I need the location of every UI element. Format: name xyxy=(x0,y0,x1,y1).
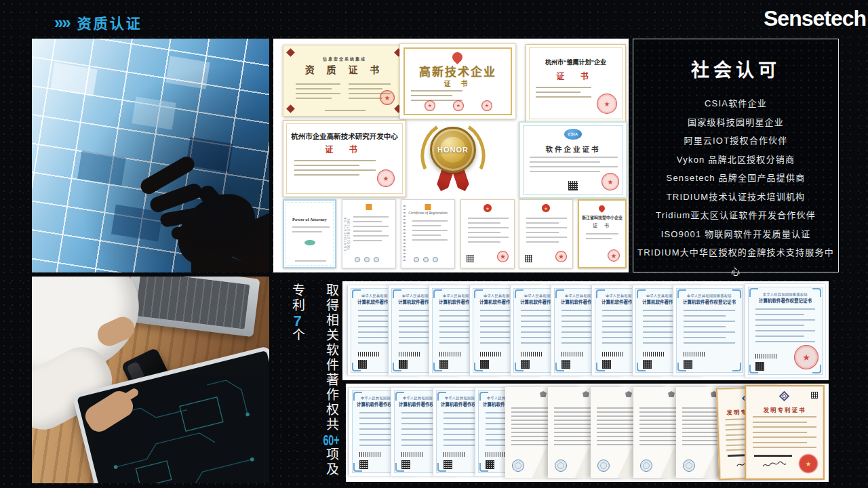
recognition-item: 国家级科技园明星企业 xyxy=(633,113,838,132)
red-seal xyxy=(380,90,395,105)
csia-badge: CSIA xyxy=(564,129,582,140)
red-seal xyxy=(608,249,620,262)
medal-face: HONOR xyxy=(430,127,476,173)
national-emblem-seal xyxy=(798,453,818,474)
barcode xyxy=(359,452,381,457)
certificate-text xyxy=(684,310,735,348)
certificate-text xyxy=(412,220,448,244)
red-seal xyxy=(481,100,492,111)
registration-certificate: Certificate of Registration xyxy=(401,199,455,268)
text-line xyxy=(755,308,815,310)
emblem-certificate xyxy=(519,199,573,268)
qr-code xyxy=(568,181,578,190)
emblem-certificate xyxy=(460,199,515,268)
vertical-side-text: CERTIFICATE OF REGISTRATION xyxy=(344,203,351,265)
certificate-title: Power of Attorney xyxy=(284,217,335,222)
text-line xyxy=(684,342,735,344)
certificate-text xyxy=(530,157,618,176)
text-line xyxy=(684,321,735,322)
certificate-text xyxy=(536,87,591,101)
certificate-title: 杭州市“雏鹰计划”企业 xyxy=(526,58,625,66)
copyright-certificates-row: 中华人民共和国国家版权局 计算机软件著作权登记证书 中华人民共和国国家版权局 计… xyxy=(342,281,829,380)
certificate-title: 计算机软件著作权登记证书 xyxy=(745,297,825,304)
note-side-column: 专利7个 xyxy=(289,283,306,343)
text-line xyxy=(755,319,815,321)
recognition-item: TRIDIUM技术认证技术培训机构 xyxy=(633,188,838,207)
flame-logo-icon xyxy=(597,204,606,213)
blue-stamp xyxy=(683,460,695,472)
qr-code xyxy=(811,392,818,399)
software-copyright-certificate: 中华人民共和国国家版权局 计算机软件著作权登记证书 xyxy=(673,285,745,375)
qr-code xyxy=(443,460,452,469)
note-main-column: 取得相关软件著作权共60+项及 xyxy=(323,283,340,477)
qr-code xyxy=(486,460,494,469)
certificate-footer-line xyxy=(325,110,366,111)
coat-of-arms-icon xyxy=(668,391,675,397)
software-enterprise-certificate: CSIA 软件企业证书 xyxy=(519,121,627,199)
certificate-text xyxy=(755,308,815,346)
certificate-text xyxy=(468,218,509,246)
recognition-item: CSIA软件企业 xyxy=(633,94,838,113)
text-line xyxy=(684,326,726,327)
text-line xyxy=(753,432,807,433)
patent-count: 7 xyxy=(289,313,306,328)
barcode xyxy=(561,352,583,357)
certifier-logo xyxy=(425,204,431,210)
green-stamp xyxy=(304,240,315,245)
certificate-subtitle: 证 书 xyxy=(526,70,625,81)
certificate-issuer: 中华人民共和国国家版权局 xyxy=(745,291,825,296)
qr-code xyxy=(643,360,652,369)
barcode xyxy=(480,352,502,357)
photo-vignette xyxy=(32,39,269,272)
patent-certificates-row: 中华人民共和国国家版权局 计算机软件著作权登记证书 中华人民共和国国家版权局 计… xyxy=(346,384,829,482)
note-text: 取得相关软件著作权共 xyxy=(324,283,338,432)
national-emblem-icon xyxy=(542,204,550,212)
social-recognition-panel: 社会认可 CSIA软件企业 国家级科技园明星企业 阿里云IOT授权合作伙伴 Vy… xyxy=(633,39,839,272)
certificate-title: 发明专利证书 xyxy=(746,405,823,413)
text-line xyxy=(684,337,726,338)
text-line xyxy=(753,426,816,428)
certificates-panel: 信息安全系统集成 资 质 证 书 高新技术企业 证 书 杭州市“雏鹰计划”企业 … xyxy=(273,39,629,272)
note-text: 专利 xyxy=(290,283,304,313)
invention-patent-certificate: 发明专利证书 xyxy=(745,385,825,480)
blue-stamp xyxy=(512,460,524,472)
coat-of-arms-icon xyxy=(625,391,632,397)
corner-ornament xyxy=(286,104,295,113)
panel-heading: 社会认可 xyxy=(633,56,838,82)
certificate-text xyxy=(292,226,330,236)
red-seal xyxy=(597,94,617,114)
red-seal xyxy=(377,169,395,187)
text-line xyxy=(755,325,804,326)
recognition-list: CSIA软件企业 国家级科技园明星企业 阿里云IOT授权合作伙伴 Vykon 品… xyxy=(633,94,838,281)
certificate-subtitle: 证 书 xyxy=(283,143,406,155)
photo-screens-collage xyxy=(32,39,269,272)
text-line xyxy=(753,436,816,438)
barcode xyxy=(358,352,380,357)
note-text: 项及 xyxy=(324,447,338,477)
recognition-item: Sensetech 品牌全国产品提供商 xyxy=(633,169,838,188)
certificate-category: 信息安全系统集成 xyxy=(283,56,406,62)
brand-logo: Sensetech xyxy=(764,6,866,31)
qr-code xyxy=(467,255,474,262)
divider-bar xyxy=(754,455,792,457)
recognition-item: Vykon 品牌北区授权分销商 xyxy=(633,150,838,169)
certificate-text xyxy=(753,416,816,452)
recognition-item: ISO9001 物联网软件开发质量认证 xyxy=(633,225,838,244)
photo-desk-devices xyxy=(32,277,269,483)
qr-code xyxy=(399,360,408,369)
barcode xyxy=(439,352,461,357)
certificate-text xyxy=(296,83,340,102)
text-line xyxy=(755,341,815,342)
certifier-logo xyxy=(366,204,372,210)
certificate-footer-line xyxy=(295,260,326,262)
text-line xyxy=(753,447,816,448)
copyright-count: 60+ xyxy=(323,432,340,447)
page-title: 资质认证 xyxy=(77,12,142,33)
laptop-keyboard xyxy=(136,277,250,329)
slide-header: »» 资质认证 xyxy=(54,12,142,33)
barcode xyxy=(684,352,705,357)
text-line xyxy=(753,422,807,423)
blue-stamp xyxy=(640,460,652,472)
patent-copyright-note: 取得相关软件著作权共60+项及 专利7个 xyxy=(273,277,342,483)
qualification-certificate: 信息安全系统集成 资 质 证 书 xyxy=(283,45,406,117)
